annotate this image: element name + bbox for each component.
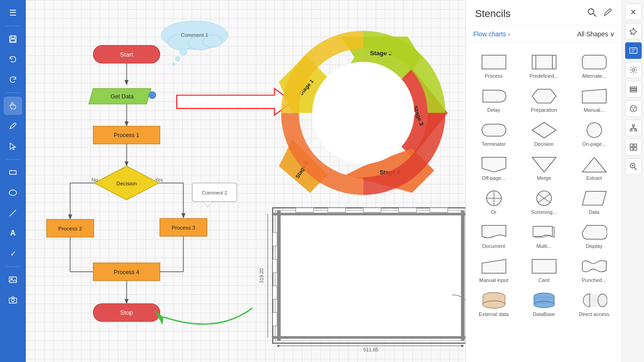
shape-onpage[interactable]: On-page... [570,116,618,149]
punched-label: Punched... [582,277,606,283]
manual-label: Manual... [584,107,604,113]
separator-2 [6,92,20,93]
shape-preparation[interactable]: Preparation [520,82,568,115]
svg-point-19 [180,48,187,55]
shape-punched[interactable]: Punched... [570,253,618,285]
shape-extract[interactable]: Extract [570,150,618,183]
shape-card[interactable]: Card [520,253,568,285]
svg-rect-75 [273,313,277,326]
undo-button[interactable] [4,50,22,69]
panel-header: Stencils [466,0,622,26]
onpage-label: On-page... [582,141,606,147]
shape-direct-access[interactable]: Direct access [570,287,618,319]
alternate-label: Alternate... [582,73,606,79]
properties-button[interactable] [625,42,642,59]
shape-merge[interactable]: Merge [520,150,568,183]
shape-decision[interactable]: Decision [520,116,568,149]
svg-text:Decision: Decision [116,181,137,186]
shape-manual-input[interactable]: Manual input [470,253,518,285]
svg-marker-87 [532,89,556,103]
svg-rect-7 [9,277,17,282]
offpage-icon [480,154,508,174]
shape-alternate[interactable]: Alternate... [570,48,618,80]
shape-manual[interactable]: Manual... [570,82,618,115]
display-label: Display [586,243,602,249]
shape-display[interactable]: Display [570,218,618,251]
category-row: Flow charts › All Shapes ∨ [466,26,622,43]
camera-button[interactable] [4,291,22,309]
document-label: Document [482,243,505,249]
shape-delay[interactable]: Delay [470,82,518,115]
svg-rect-73 [273,259,277,273]
svg-marker-50 [177,88,292,115]
rectangle-button[interactable] [4,163,22,182]
all-shapes-selector[interactable]: All Shapes ∨ [577,30,615,38]
svg-rect-4 [10,171,16,174]
search-icon[interactable] [587,7,597,20]
svg-marker-88 [582,89,606,103]
layers-button[interactable] [625,81,642,98]
line-button[interactable] [4,204,22,222]
data-icon [580,188,608,208]
check-button[interactable]: ✓ [4,244,22,263]
svg-marker-102 [482,259,506,273]
merge-icon [530,154,558,174]
delay-icon [480,86,508,106]
svg-rect-89 [482,124,506,136]
svg-rect-67 [296,208,314,213]
shape-document[interactable]: Document [470,218,518,251]
shape-offpage[interactable]: Off-page... [470,150,518,183]
decision-icon [530,120,558,140]
svg-text:511.65: 511.65 [363,347,378,352]
tree-button[interactable] [625,120,642,136]
close-panel-button[interactable]: ✕ [625,4,642,20]
svg-text:No: No [92,177,98,183]
ellipse-button[interactable] [4,184,22,202]
svg-rect-124 [630,89,637,90]
shape-external-data[interactable]: External data [470,287,518,319]
zoom-button[interactable] [625,158,642,175]
redo-button[interactable] [4,70,22,89]
text-button[interactable]: A [4,224,22,242]
category-chevron-icon[interactable]: › [508,30,511,38]
shapes-panel-button[interactable] [625,139,642,155]
shape-data[interactable]: Data [570,184,618,217]
svg-line-6 [10,210,16,216]
shape-or[interactable]: Or [470,184,518,217]
canvas-area[interactable]: Start Comment 1 Get Data Process 1 [26,0,465,362]
settings-button[interactable] [625,62,642,78]
predefined-label: Predefined... [529,73,558,79]
summing-label: Summing... [531,209,557,215]
svg-point-24 [149,92,156,98]
shape-process[interactable]: Process [470,48,518,80]
edit-icon[interactable] [603,7,613,20]
pin-button[interactable] [625,23,642,40]
manual-input-icon [480,256,508,276]
menu-button[interactable]: ☰ [4,4,22,22]
svg-rect-131 [630,129,632,131]
category-label[interactable]: Flow charts [473,30,506,38]
left-toolbar: ☰ A ✓ [0,0,26,362]
shape-predefined[interactable]: Predefined... [520,48,568,80]
save-button[interactable] [4,30,22,48]
hand-tool-button[interactable] [4,97,22,115]
stencils-panel: Stencils Flow charts › All Shapes ∨ Proc… [465,0,622,362]
palette-button[interactable] [625,100,642,117]
display-icon [580,222,608,242]
svg-rect-138 [634,144,637,147]
shape-summing[interactable]: Summing... [520,184,568,217]
svg-rect-123 [630,87,637,88]
svg-rect-119 [630,48,637,53]
svg-rect-2 [11,39,15,42]
decision-label: Decision [534,141,553,147]
svg-point-5 [9,190,17,195]
shape-multi[interactable]: Multi... [520,218,568,251]
card-label: Card [539,277,550,283]
image-button[interactable] [4,270,22,289]
shape-terminator[interactable]: Terminator [470,116,518,149]
or-icon [480,188,508,208]
pencil-button[interactable] [4,117,22,135]
shape-database[interactable]: DataBase [520,287,568,319]
select-button[interactable] [4,137,22,155]
svg-point-20 [175,57,180,61]
